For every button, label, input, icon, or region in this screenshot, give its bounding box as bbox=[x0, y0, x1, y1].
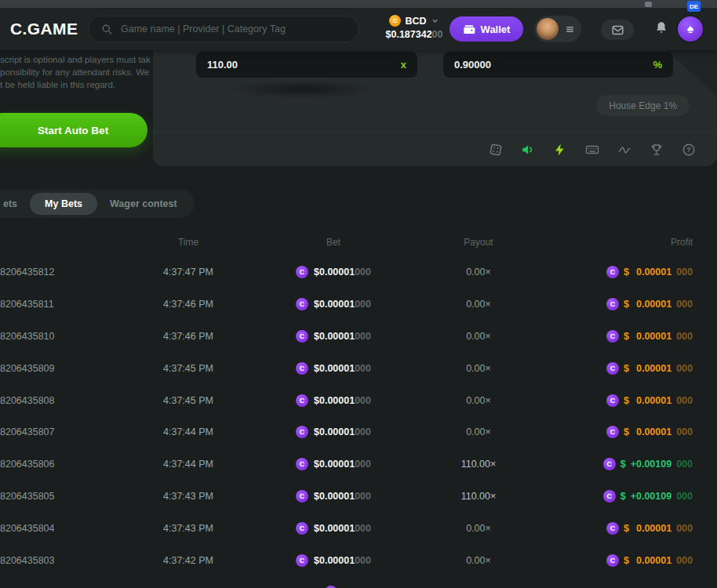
bcd-coin-icon bbox=[606, 394, 619, 407]
bet-id: 8206435812 bbox=[0, 267, 118, 278]
live-stats-icon[interactable] bbox=[617, 143, 631, 157]
tab-all-bets[interactable]: ets bbox=[0, 193, 28, 215]
bet-amount: $0.00001000 bbox=[259, 522, 408, 535]
bet-amount: $0.00001000 bbox=[259, 426, 408, 438]
win-chance-input[interactable]: 0.90000 % bbox=[443, 52, 673, 78]
bcd-coin-icon bbox=[606, 426, 619, 438]
bcd-coin-icon bbox=[606, 522, 619, 535]
start-auto-bet-button[interactable]: Start Auto Bet bbox=[0, 113, 147, 147]
menu-icon bbox=[565, 24, 575, 34]
bcd-coin-icon bbox=[606, 298, 619, 310]
bet-amount: $0.00001000 bbox=[259, 266, 408, 278]
bcd-coin-icon bbox=[603, 490, 616, 503]
bcd-coin-icon bbox=[296, 266, 308, 278]
multiplier-suffix: x bbox=[401, 59, 406, 71]
user-menu[interactable] bbox=[534, 16, 581, 42]
turbo-bolt-icon[interactable] bbox=[553, 143, 567, 157]
bet-row[interactable]: 8206435811 4:37:46 PM $0.00001000 0.00× … bbox=[0, 289, 717, 321]
bet-id: 8206435805 bbox=[0, 491, 118, 502]
bcd-coin-icon bbox=[606, 266, 619, 278]
browser-extension-icon[interactable] bbox=[645, 2, 652, 7]
bcd-coin-icon bbox=[296, 522, 308, 535]
bet-row[interactable]: 8206435803 4:37:42 PM $0.00001000 0.00× … bbox=[0, 544, 717, 576]
bet-row[interactable]: 8206435807 4:37:44 PM $0.00001000 0.00× … bbox=[0, 416, 717, 448]
bcd-coin-icon bbox=[296, 298, 308, 310]
bet-profit: $0.00001000 bbox=[549, 426, 717, 438]
bet-payout: 110.00× bbox=[408, 491, 549, 502]
bet-row[interactable]: 8206435812 4:37:47 PM $0.00001000 0.00× … bbox=[0, 256, 717, 289]
currency-balance: $0.18734200 bbox=[375, 29, 453, 40]
bet-payout: 0.00× bbox=[408, 299, 549, 310]
bet-profit: $0.00001000 bbox=[549, 330, 717, 343]
bet-time: 4:37:43 PM bbox=[118, 523, 259, 534]
bcd-coin-icon bbox=[296, 490, 308, 503]
notifications-button[interactable] bbox=[654, 20, 668, 38]
help-icon[interactable]: ? bbox=[682, 143, 696, 157]
spade-icon: ♠ bbox=[687, 22, 694, 36]
game-art-shadow bbox=[227, 80, 377, 99]
bet-time: 4:37:46 PM bbox=[118, 331, 259, 342]
bet-time: 4:37:42 PM bbox=[118, 555, 259, 566]
bet-time: 4:37:46 PM bbox=[118, 299, 259, 310]
bet-time: 4:37:44 PM bbox=[118, 426, 259, 437]
search-input[interactable]: Game name | Provider | Category Tag bbox=[88, 16, 359, 42]
bet-payout: 0.00× bbox=[408, 555, 549, 566]
bet-time: 4:37:44 PM bbox=[118, 459, 259, 470]
bet-amount: $0.00001000 bbox=[259, 554, 408, 567]
bet-amount: $0.00001000 bbox=[259, 298, 408, 310]
bcd-coin-icon bbox=[296, 330, 308, 343]
bet-profit: $+0.00109000 bbox=[549, 490, 717, 503]
envelope-icon bbox=[611, 24, 624, 37]
sound-icon[interactable] bbox=[521, 143, 535, 157]
bet-amount: $0.00001000 bbox=[259, 458, 408, 470]
search-placeholder: Game name | Provider | Category Tag bbox=[121, 24, 286, 34]
bet-payout: 0.00× bbox=[408, 395, 549, 406]
bet-amount: $0.00001000 bbox=[259, 394, 408, 407]
wallet-button[interactable]: Wallet bbox=[449, 16, 523, 42]
percent-suffix: % bbox=[653, 59, 662, 71]
bet-row[interactable]: 8206435809 4:37:45 PM $0.00001000 0.00× … bbox=[0, 352, 717, 384]
tournament-trophy-icon[interactable] bbox=[650, 143, 664, 157]
bet-profit: $0.00001000 bbox=[549, 554, 717, 567]
bet-id: 8206435810 bbox=[0, 331, 118, 342]
browser-strip bbox=[0, 0, 717, 8]
screen: DE C.GAME Game name | Provider | Categor… bbox=[0, 0, 717, 588]
payout-input[interactable]: 110.00 x bbox=[196, 52, 417, 78]
bcd-coin-icon bbox=[296, 426, 308, 438]
bet-id: 8206435811 bbox=[0, 299, 118, 310]
bet-row[interactable]: 8206435806 4:37:44 PM $0.00001000 110.00… bbox=[0, 448, 717, 481]
bet-row[interactable]: 8206435808 4:37:45 PM $0.00001000 0.00× … bbox=[0, 384, 717, 416]
bell-icon bbox=[654, 20, 668, 34]
wallet-icon bbox=[463, 23, 475, 35]
bet-profit: $0.00001000 bbox=[549, 362, 717, 375]
bet-payout: 0.00× bbox=[408, 267, 549, 278]
wallet-label: Wallet bbox=[481, 24, 511, 35]
bet-id: 8206435809 bbox=[0, 363, 118, 374]
logo[interactable]: C.GAME bbox=[10, 20, 78, 38]
bet-profit: $0.00001000 bbox=[549, 266, 717, 278]
casino-mode-toggle[interactable]: ♠ bbox=[676, 15, 704, 43]
tab-my-bets[interactable]: My Bets bbox=[30, 193, 97, 215]
column-header-bet: Bet bbox=[259, 237, 408, 248]
bet-amount: $0.00001000 bbox=[259, 490, 408, 503]
bcd-coin-icon bbox=[606, 362, 619, 375]
search-icon bbox=[101, 24, 113, 35]
bet-payout: 0.00× bbox=[408, 426, 549, 437]
bet-profit: $0.00001000 bbox=[549, 522, 717, 535]
bet-row[interactable]: 8206435810 4:37:46 PM $0.00001000 0.00× … bbox=[0, 321, 717, 353]
bet-row[interactable] bbox=[0, 576, 717, 588]
avatar bbox=[537, 18, 559, 40]
bet-row[interactable]: 8206435804 4:37:43 PM $0.00001000 0.00× … bbox=[0, 512, 717, 544]
deepl-extension-icon[interactable]: DE bbox=[687, 1, 701, 12]
bcd-coin-icon bbox=[296, 554, 308, 567]
bets-table-body: 8206435812 4:37:47 PM $0.00001000 0.00× … bbox=[0, 256, 717, 588]
bets-tabs: ets My Bets Wager contest bbox=[0, 190, 195, 218]
my-bets-table: Time Bet Payout Profit 8206435812 4:37:4… bbox=[0, 228, 717, 588]
inbox-button[interactable] bbox=[601, 20, 634, 40]
hotkeys-keyboard-icon[interactable] bbox=[585, 143, 599, 157]
bet-row[interactable]: 8206435805 4:37:43 PM $0.00001000 110.00… bbox=[0, 481, 717, 513]
fairness-dice-icon[interactable] bbox=[489, 143, 503, 157]
currency-selector[interactable]: BCD $0.18734200 bbox=[375, 15, 453, 40]
tab-wager-contest[interactable]: Wager contest bbox=[99, 193, 188, 215]
win-chance-value: 0.90000 bbox=[454, 59, 491, 71]
